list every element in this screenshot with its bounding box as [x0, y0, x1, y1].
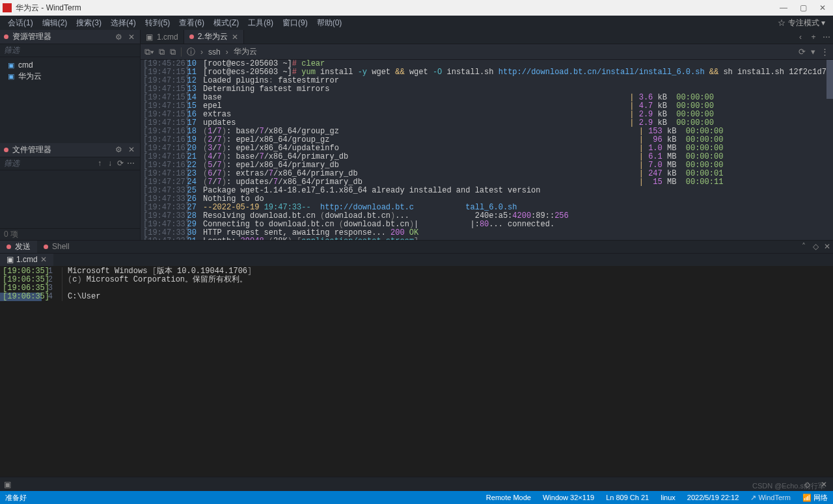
menu-icon[interactable]: ⋮	[821, 47, 829, 57]
tab-cmd[interactable]: ▣ 1.cmd	[141, 30, 184, 44]
menu-edit[interactable]: 编辑(2)	[38, 16, 72, 30]
status-os[interactable]: linux	[661, 494, 676, 501]
status-ready: 准备好	[5, 493, 27, 503]
resource-filter[interactable]: 筛选	[0, 44, 140, 57]
focus-mode-button[interactable]: ☆ 专注模式 ▾	[774, 16, 829, 30]
bottom-subtab-cmd[interactable]: ▣1.cmd✕	[0, 254, 53, 266]
app-icon	[3, 3, 12, 12]
terminal-output[interactable]: [19:45:26]10[root@ecs-205603 ~]# clear[1…	[141, 60, 833, 240]
file-filter[interactable]: 筛选 ↑ ↓ ⟳ ⋯	[0, 157, 140, 170]
session-icon: ▣	[8, 72, 14, 81]
left-panel: 资源管理器 ⚙ ✕ 筛选 ▣cmd ▣华为云 文件管理器 ⚙ ✕ 筛选 ↑ ↓ …	[0, 30, 141, 240]
toolbar-row: ⧉▾ ⧉ ⧉ ⓘ › ssh › 华为云 ⟳ ▾ ⋮	[141, 44, 833, 60]
menu-search[interactable]: 搜索(3)	[72, 16, 105, 30]
bottom-subtabs: ▣1.cmd✕	[0, 253, 833, 266]
breadcrumb-ssh[interactable]: ssh	[208, 47, 221, 57]
resource-manager-header: 资源管理器 ⚙ ✕	[0, 30, 140, 44]
refresh-icon[interactable]: ⟳	[799, 47, 806, 57]
tabs-add-icon[interactable]: +	[807, 33, 820, 42]
left-status: 0 项	[0, 228, 140, 240]
panel-close-icon[interactable]: ✕	[127, 33, 136, 42]
up-icon[interactable]: ↑	[94, 159, 105, 168]
tool-ribbon: ▣ ◇ ✕	[0, 477, 833, 491]
menu-tools[interactable]: 工具(8)	[244, 16, 277, 30]
bottom-tab-send[interactable]: 发送	[0, 241, 37, 253]
session-icon: ▣	[8, 61, 14, 70]
file-manager-title: 文件管理器	[12, 144, 110, 155]
copy-icon[interactable]: ⧉	[170, 47, 176, 57]
menu-select[interactable]: 选择(4)	[107, 16, 140, 30]
resource-tree: ▣cmd ▣华为云	[0, 57, 140, 85]
panel-dot-icon	[4, 148, 8, 152]
menu-session[interactable]: 会话(1)	[4, 16, 37, 30]
status-link[interactable]: ↗ WindTerm	[750, 494, 791, 502]
bottom-tabs: 发送 Shell ˄ ◇ ✕	[0, 240, 833, 253]
editor-area: ▣ 1.cmd 2.华为云 ✕ ‹ + ⋯ ⧉▾ ⧉ ⧉ ⓘ › ssh › 华…	[141, 30, 833, 240]
scrollbar-thumb[interactable]	[826, 60, 833, 99]
minimize-button[interactable]: —	[776, 3, 791, 12]
panel-dot-icon	[4, 34, 8, 39]
tabs-more-icon[interactable]: ⋯	[820, 33, 833, 42]
tabs-prev-icon[interactable]: ‹	[794, 33, 807, 42]
tabs-row: ▣ 1.cmd 2.华为云 ✕ ‹ + ⋯	[141, 30, 833, 44]
menu-view[interactable]: 查看(6)	[175, 16, 208, 30]
status-datetime: 2022/5/19 22:12	[687, 494, 739, 501]
status-position[interactable]: Ln 809 Ch 21	[606, 494, 649, 501]
resource-manager-title: 资源管理器	[12, 31, 110, 42]
window-title: 华为云 - WindTerm	[16, 3, 772, 14]
close-button[interactable]: ✕	[815, 3, 830, 12]
new-session-icon[interactable]: ⧉▾	[144, 47, 154, 57]
ribbon-app-icon[interactable]: ▣	[4, 480, 11, 489]
menu-help[interactable]: 帮助(0)	[313, 16, 346, 30]
status-remote[interactable]: Remote Mode	[486, 494, 531, 501]
bottom-dot-icon[interactable]: ◇	[810, 242, 821, 251]
tab-dot-icon	[44, 245, 48, 249]
tree-item-cmd[interactable]: ▣cmd	[0, 60, 140, 70]
menu-window[interactable]: 窗口(9)	[279, 16, 312, 30]
tab-icon: ▣	[146, 33, 153, 42]
status-window[interactable]: Window 32×119	[543, 494, 594, 501]
panel-settings-icon[interactable]: ⚙	[114, 145, 123, 154]
maximize-button[interactable]: ▢	[795, 3, 811, 12]
main-area: 资源管理器 ⚙ ✕ 筛选 ▣cmd ▣华为云 文件管理器 ⚙ ✕ 筛选 ↑ ↓ …	[0, 30, 833, 240]
statusbar: 准备好 Remote Mode Window 32×119 Ln 809 Ch …	[0, 491, 833, 504]
tab-huawei[interactable]: 2.华为云 ✕	[184, 30, 244, 44]
panel-settings-icon[interactable]: ⚙	[114, 33, 123, 42]
menu-mode[interactable]: 模式(Z)	[210, 16, 243, 30]
menubar: 会话(1) 编辑(2) 搜索(3) 选择(4) 转到(5) 查看(6) 模式(Z…	[0, 16, 833, 30]
chevron-right-icon: ›	[200, 47, 203, 57]
tab-close-icon[interactable]: ✕	[232, 33, 238, 42]
watermark: CSDN @Echo.s前行军	[752, 481, 825, 491]
chevron-right-icon: ›	[226, 47, 228, 57]
menu-goto[interactable]: 转到(5)	[141, 16, 174, 30]
tab-dot-icon	[189, 34, 194, 39]
more-icon[interactable]: ▾	[811, 47, 815, 57]
info-icon[interactable]: ⓘ	[187, 46, 195, 58]
bottom-terminal[interactable]: [19:06:35]1Microsoft Windows [版本 10.0.19…	[0, 266, 833, 477]
bottom-tab-shell[interactable]: Shell	[37, 241, 76, 253]
bottom-close-icon[interactable]: ✕	[821, 242, 833, 251]
titlebar: 华为云 - WindTerm — ▢ ✕	[0, 0, 833, 16]
more-icon[interactable]: ⋯	[126, 159, 136, 168]
down-icon[interactable]: ↓	[105, 159, 115, 168]
tree-item-huawei[interactable]: ▣华为云	[0, 70, 140, 83]
file-manager-header: 文件管理器 ⚙ ✕	[0, 143, 140, 157]
subtab-close-icon[interactable]: ✕	[40, 255, 47, 264]
duplicate-icon[interactable]: ⧉	[159, 47, 165, 57]
breadcrumb-host[interactable]: 华为云	[234, 46, 257, 57]
tab-dot-icon	[7, 245, 11, 249]
refresh-icon[interactable]: ⟳	[115, 159, 126, 168]
panel-close-icon[interactable]: ✕	[127, 145, 136, 154]
status-net[interactable]: 📶 网络	[802, 493, 828, 503]
bottom-up-icon[interactable]: ˄	[798, 242, 810, 251]
